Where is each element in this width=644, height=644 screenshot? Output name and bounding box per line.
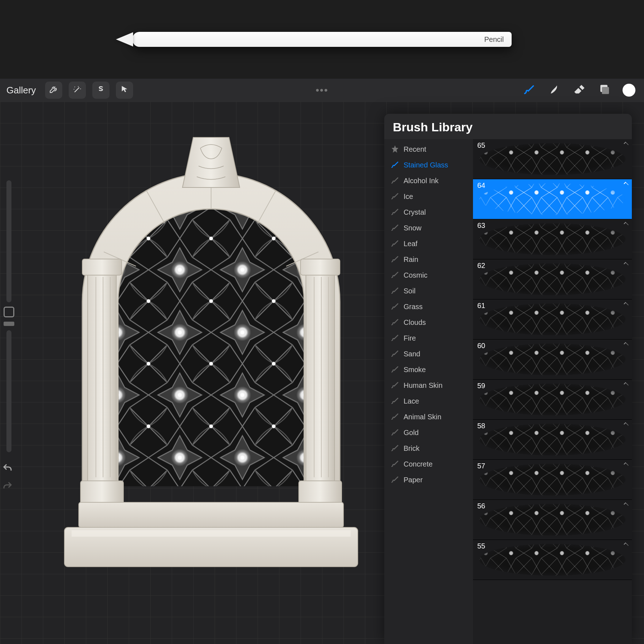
brush-number-label: 62 bbox=[477, 262, 485, 270]
svg-rect-1 bbox=[602, 87, 609, 94]
brush-number-label: 59 bbox=[477, 382, 485, 390]
category-item-paper[interactable]: Paper bbox=[384, 472, 473, 488]
brush-preview-56[interactable]: 56 bbox=[473, 500, 632, 540]
brush-preview-61[interactable]: 61 bbox=[473, 299, 632, 340]
category-label: Cosmic bbox=[404, 271, 428, 279]
category-item-lace[interactable]: Lace bbox=[384, 393, 473, 409]
paint-brush-button[interactable] bbox=[522, 84, 535, 97]
redo-button[interactable] bbox=[2, 481, 16, 493]
brush-category-list[interactable]: RecentStained GlassAlcohol InkIceCrystal… bbox=[384, 139, 473, 644]
brush-preview-65[interactable]: 65 bbox=[473, 139, 632, 179]
category-item-clouds[interactable]: Clouds bbox=[384, 314, 473, 330]
brush-number-label: 65 bbox=[477, 141, 485, 150]
drag-handle-icon[interactable]: ••• bbox=[316, 84, 328, 96]
svg-rect-13 bbox=[82, 259, 122, 275]
category-item-smoke[interactable]: Smoke bbox=[384, 362, 473, 377]
smudge-icon bbox=[548, 83, 560, 97]
top-toolbar: Gallery ••• bbox=[0, 79, 644, 102]
category-label: Brick bbox=[404, 444, 419, 453]
category-label: Rain bbox=[404, 255, 418, 264]
category-item-animal-skin[interactable]: Animal Skin bbox=[384, 409, 473, 425]
category-item-grass[interactable]: Grass bbox=[384, 299, 473, 314]
wand-icon bbox=[73, 85, 82, 96]
pencil-label: Pencil bbox=[484, 35, 504, 44]
layers-button[interactable] bbox=[597, 84, 610, 97]
svg-rect-35 bbox=[473, 500, 632, 540]
category-label: Fire bbox=[404, 334, 416, 342]
brush-number-label: 61 bbox=[477, 302, 485, 310]
brush-dropdown-icon bbox=[624, 182, 628, 186]
brush-dropdown-icon bbox=[624, 302, 628, 307]
undo-button[interactable] bbox=[2, 463, 16, 475]
category-item-recent[interactable]: Recent bbox=[384, 141, 473, 157]
brush-dropdown-icon bbox=[624, 543, 628, 547]
brush-preview-59[interactable]: 59 bbox=[473, 380, 632, 420]
modify-button[interactable] bbox=[4, 307, 14, 317]
svg-rect-32 bbox=[473, 380, 632, 419]
brush-preview-list[interactable]: 65 64 63 62 61 60 59 58 57 56 55 bbox=[473, 139, 632, 644]
category-item-concrete[interactable]: Concrete bbox=[384, 456, 473, 472]
brush-preview-62[interactable]: 62 bbox=[473, 259, 632, 299]
undo-icon bbox=[2, 469, 13, 475]
brush-preview-58[interactable]: 58 bbox=[473, 420, 632, 460]
category-item-sand[interactable]: Sand bbox=[384, 346, 473, 362]
transform-button[interactable] bbox=[116, 82, 133, 99]
category-item-soil[interactable]: Soil bbox=[384, 283, 473, 299]
category-item-stained-glass[interactable]: Stained Glass bbox=[384, 157, 473, 173]
svg-rect-27 bbox=[473, 179, 632, 219]
svg-rect-11 bbox=[88, 270, 116, 484]
adjustments-button[interactable] bbox=[69, 82, 86, 99]
stone-arch-frame bbox=[39, 116, 383, 588]
svg-rect-23 bbox=[79, 502, 343, 527]
category-item-rain[interactable]: Rain bbox=[384, 252, 473, 267]
category-label: Alcohol Ink bbox=[404, 177, 439, 185]
apple-pencil: Pencil bbox=[132, 32, 512, 47]
category-item-snow[interactable]: Snow bbox=[384, 220, 473, 236]
actions-button[interactable] bbox=[45, 82, 62, 99]
svg-rect-26 bbox=[473, 139, 632, 179]
category-item-alcohol-ink[interactable]: Alcohol Ink bbox=[384, 173, 473, 189]
category-item-crystal[interactable]: Crystal bbox=[384, 204, 473, 220]
brush-number-label: 58 bbox=[477, 422, 485, 430]
svg-rect-12 bbox=[306, 270, 335, 484]
brush-icon bbox=[523, 83, 535, 97]
brush-dropdown-icon bbox=[624, 342, 628, 347]
smudge-button[interactable] bbox=[547, 84, 560, 97]
add-brush-button[interactable] bbox=[610, 121, 623, 134]
category-label: Gold bbox=[404, 429, 419, 437]
category-label: Smoke bbox=[404, 366, 426, 374]
category-item-fire[interactable]: Fire bbox=[384, 330, 473, 346]
category-label: Paper bbox=[404, 476, 423, 484]
color-picker-button[interactable] bbox=[623, 84, 635, 97]
brush-opacity-slider[interactable] bbox=[6, 330, 11, 452]
panel-title: Brush Library bbox=[393, 120, 473, 134]
brush-preview-60[interactable]: 60 bbox=[473, 340, 632, 380]
brush-size-slider[interactable] bbox=[6, 180, 11, 302]
brush-dropdown-icon bbox=[624, 463, 628, 467]
brush-preview-57[interactable]: 57 bbox=[473, 460, 632, 500]
category-label: Leaf bbox=[404, 240, 418, 248]
category-item-leaf[interactable]: Leaf bbox=[384, 236, 473, 252]
category-label: Stained Glass bbox=[404, 161, 448, 169]
brush-size-opacity-sliders[interactable] bbox=[0, 180, 18, 452]
cursor-icon bbox=[120, 85, 129, 96]
category-item-ice[interactable]: Ice bbox=[384, 189, 473, 204]
brush-preview-63[interactable]: 63 bbox=[473, 219, 632, 259]
category-item-brick[interactable]: Brick bbox=[384, 440, 473, 456]
canvas-workspace[interactable]: Brush Library RecentStained GlassAlcohol… bbox=[0, 102, 644, 644]
category-item-human-skin[interactable]: Human Skin bbox=[384, 377, 473, 393]
slider-divider bbox=[4, 322, 14, 326]
brush-number-label: 60 bbox=[477, 342, 485, 350]
brush-preview-55[interactable]: 55 bbox=[473, 540, 632, 580]
selection-button[interactable] bbox=[92, 82, 109, 99]
eraser-icon bbox=[573, 83, 585, 97]
brush-dropdown-icon bbox=[624, 423, 628, 427]
category-item-cosmic[interactable]: Cosmic bbox=[384, 267, 473, 283]
brush-dropdown-icon bbox=[624, 142, 628, 146]
category-label: Animal Skin bbox=[404, 413, 441, 421]
gallery-button[interactable]: Gallery bbox=[6, 85, 39, 96]
eraser-button[interactable] bbox=[572, 84, 585, 97]
brush-preview-64[interactable]: 64 bbox=[473, 179, 632, 219]
brush-dropdown-icon bbox=[624, 222, 628, 226]
category-item-gold[interactable]: Gold bbox=[384, 425, 473, 440]
